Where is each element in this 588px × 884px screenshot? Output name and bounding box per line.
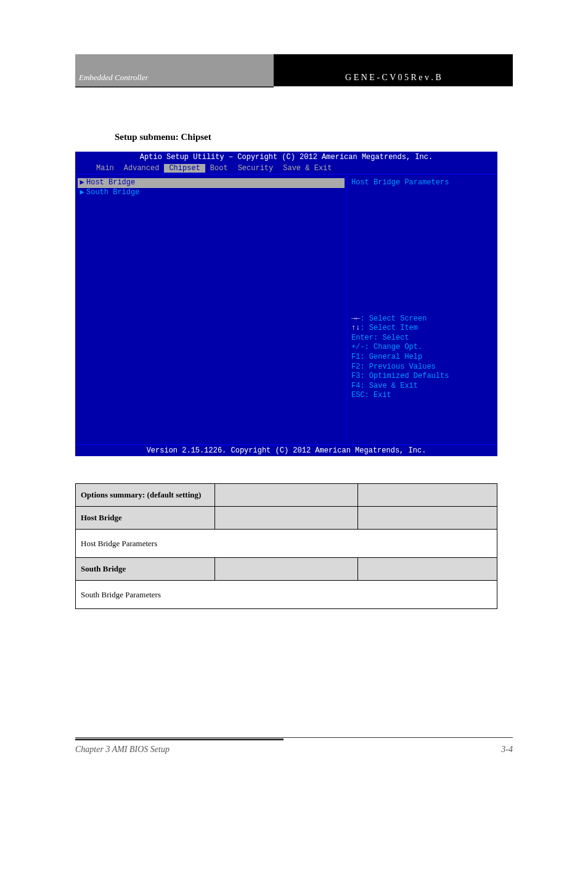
bios-help-pane: Host Bridge Parameters <box>348 174 497 441</box>
table-header: Options summary: (default setting) <box>76 484 215 507</box>
table-cell: South Bridge <box>76 558 215 581</box>
tab-security[interactable]: Security <box>233 164 279 173</box>
bios-item-label: Host Bridge <box>86 178 135 188</box>
bios-item-label: South Bridge <box>86 188 139 198</box>
table-header <box>358 484 497 507</box>
tab-main[interactable]: Main <box>91 164 119 173</box>
table-cell <box>214 558 358 581</box>
submenu-arrow-icon: ▶ <box>78 188 86 198</box>
table-row: South Bridge <box>76 558 497 581</box>
tab-advanced[interactable]: Advanced <box>119 164 165 173</box>
table-row: Host Bridge Parameters <box>76 530 497 558</box>
options-table: Options summary: (default setting) Host … <box>75 483 497 609</box>
tab-chipset[interactable]: Chipset <box>164 164 205 173</box>
bios-menubar[interactable]: Main Advanced Chipset Boot Security Save… <box>75 163 497 174</box>
table-row: Host Bridge <box>76 507 497 530</box>
table-header-row: Options summary: (default setting) <box>76 484 497 507</box>
bios-help-keys: →←: Select Screen ↑↓: Select Item Enter:… <box>351 314 493 401</box>
section-heading: Setup submenu: Chipset <box>115 132 211 142</box>
table-cell <box>358 558 497 581</box>
table-cell: Host Bridge <box>76 507 215 530</box>
table-cell: South Bridge Parameters <box>76 581 497 609</box>
table-row: South Bridge Parameters <box>76 581 497 609</box>
tab-save-exit[interactable]: Save & Exit <box>278 164 337 173</box>
footer-divider <box>75 737 513 738</box>
bios-footer: Version 2.15.1226. Copyright (C) 2012 Am… <box>75 444 497 456</box>
submenu-arrow-icon: ▶ <box>78 178 86 188</box>
footer-chapter: Chapter 3 AMI BIOS Setup <box>75 745 169 755</box>
table-header <box>214 484 358 507</box>
bios-title: Aptio Setup Utility – Copyright (C) 2012… <box>75 152 497 163</box>
doc-header-left: Embedded Controller <box>75 54 274 88</box>
table-cell <box>214 507 358 530</box>
table-cell <box>358 507 497 530</box>
footer-page-number: 3-4 <box>501 745 513 755</box>
key-arrows-lr: →← <box>351 314 360 323</box>
bios-item-south-bridge[interactable]: ▶ South Bridge <box>78 188 345 198</box>
bios-help-description: Host Bridge Parameters <box>351 178 494 193</box>
bios-items-pane: ▶ Host Bridge ▶ South Bridge <box>75 174 348 441</box>
tab-boot[interactable]: Boot <box>205 164 233 173</box>
bios-item-host-bridge[interactable]: ▶ Host Bridge <box>78 178 345 188</box>
key-arrows-ud: ↑↓ <box>351 324 360 332</box>
doc-header-right: G E N E - C V 0 5 R e v . B <box>274 54 513 88</box>
table-cell: Host Bridge Parameters <box>76 530 497 558</box>
bios-screen: Aptio Setup Utility – Copyright (C) 2012… <box>75 152 497 456</box>
